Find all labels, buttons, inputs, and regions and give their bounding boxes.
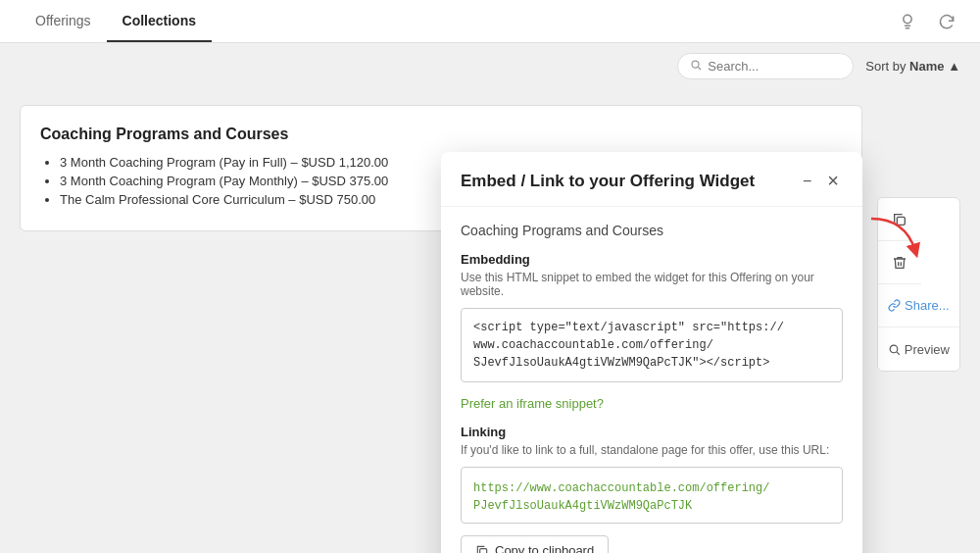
svg-line-5 — [897, 351, 900, 354]
toolbar: Sort by Name ▲ — [0, 43, 980, 89]
modal-subtitle: Coaching Programs and Courses — [461, 223, 843, 238]
svg-point-1 — [692, 61, 699, 68]
svg-point-4 — [890, 345, 898, 353]
svg-point-0 — [904, 15, 911, 23]
nav-icons — [894, 8, 960, 35]
sort-field: Name — [909, 59, 944, 74]
sort-label: Sort by Name ▲ — [865, 59, 960, 74]
copy-button-label: Copy to clipboard — [495, 543, 594, 553]
minimize-button[interactable]: − — [799, 171, 815, 192]
modal-header-actions: − × — [799, 168, 843, 194]
search-input[interactable] — [708, 59, 841, 74]
tab-collections[interactable]: Collections — [107, 1, 212, 42]
share-label: Share... — [905, 298, 950, 313]
link-url: https://www.coachaccountable.com/offerin… — [473, 481, 769, 513]
copy-icon — [475, 544, 489, 554]
preview-button[interactable]: Preview — [878, 327, 959, 371]
search-icon — [690, 59, 702, 74]
card-actions: Share... Preview — [877, 197, 960, 372]
embedding-section-title: Embedding — [461, 252, 843, 267]
modal-header: Embed / Link to your Offering Widget − × — [441, 152, 862, 207]
collection-title: Coaching Programs and Courses — [40, 126, 842, 143]
svg-rect-3 — [897, 217, 905, 225]
iframe-link[interactable]: Prefer an iframe snippet? — [461, 396, 604, 411]
linking-section-title: Linking — [461, 425, 843, 439]
preview-label: Preview — [905, 342, 950, 357]
share-button[interactable]: Share... — [878, 284, 959, 327]
embed-code: <script type="text/javascript" src="http… — [473, 321, 784, 370]
duplicate-button[interactable] — [878, 198, 921, 241]
embed-modal: Embed / Link to your Offering Widget − ×… — [441, 152, 862, 553]
top-nav: Offerings Collections — [0, 0, 980, 43]
sort-direction: ▲ — [948, 59, 960, 74]
delete-button[interactable] — [878, 241, 921, 284]
link-url-box[interactable]: https://www.coachaccountable.com/offerin… — [461, 467, 843, 524]
svg-line-2 — [699, 67, 702, 70]
refresh-icon-button[interactable] — [933, 8, 960, 35]
bulb-icon-button[interactable] — [894, 8, 921, 35]
modal-body: Coaching Programs and Courses Embedding … — [441, 207, 862, 553]
embedding-description: Use this HTML snippet to embed the widge… — [461, 271, 843, 298]
search-box[interactable] — [677, 53, 854, 79]
embed-code-box[interactable]: <script type="text/javascript" src="http… — [461, 308, 843, 382]
tab-offerings[interactable]: Offerings — [20, 1, 107, 42]
copy-to-clipboard-button[interactable]: Copy to clipboard — [461, 535, 609, 553]
modal-title: Embed / Link to your Offering Widget — [461, 172, 755, 191]
linking-description: If you'd like to link to a full, standal… — [461, 443, 843, 457]
close-button[interactable]: × — [823, 168, 843, 194]
